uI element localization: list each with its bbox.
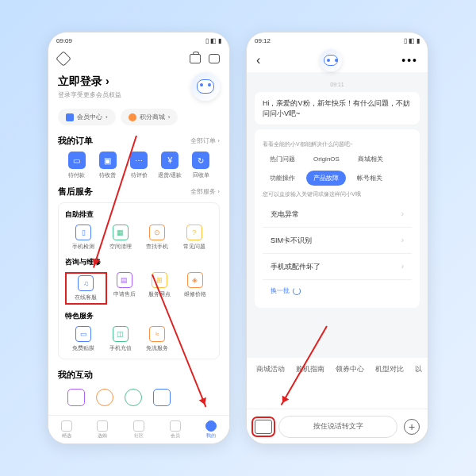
aftersale-more[interactable]: 全部服务 › [190, 187, 220, 196]
headset-icon: ♫ [78, 275, 94, 291]
orders-more[interactable]: 全部订单 › [190, 136, 220, 145]
interact-item-1[interactable] [67, 389, 85, 406]
order-recycle[interactable]: ↻回收单 [186, 152, 217, 179]
aftersale-title: 售后服务 [58, 186, 93, 198]
order-pending-pay[interactable]: ▭待付款 [61, 152, 92, 179]
tab-mine[interactable]: 我的 [193, 416, 229, 443]
phone-right: 09:12 ▯ ◧ ▮ ‹ ••• 09:11 Hi，亲爱的V粉，新年快乐！有什… [246, 32, 428, 444]
vip-icon [170, 420, 181, 432]
search-icon: ⊙ [149, 225, 165, 240]
refund-icon: ¥ [161, 152, 178, 169]
user-icon [205, 420, 217, 432]
member-center-pill[interactable]: 会员中心 › [58, 109, 116, 125]
settings-icon[interactable] [56, 51, 71, 67]
order-pending-receive[interactable]: ▣待收货 [92, 152, 123, 179]
comment-icon: ⋯ [130, 152, 148, 169]
chip-account[interactable]: 帐号相关 [350, 171, 390, 186]
phone-check[interactable]: ▯手机检测 [65, 225, 102, 251]
online-service[interactable]: ♫在线客服 [65, 272, 107, 305]
phone-left: 09:09 ▯ ◧ ▮ 立即登录 › 登录享受更多会员权益 会员中心 › 积分商… [48, 32, 230, 444]
order-refund[interactable]: ¥退货/退款 [155, 152, 186, 179]
chip-function[interactable]: 功能操作 [263, 171, 302, 186]
back-button[interactable]: ‹ [256, 53, 260, 67]
suggestion-bar: 商城活动 购机指南 领券中心 机型对比 以 [247, 358, 428, 381]
free-film[interactable]: ▭免费贴膜 [65, 326, 102, 352]
faq[interactable]: ?常见问题 [176, 225, 213, 251]
interact-item-2[interactable] [96, 389, 113, 406]
recycle-icon: ↻ [192, 152, 209, 169]
chip-mall[interactable]: 商城相关 [351, 152, 390, 167]
login-subtitle: 登录享受更多会员权益 [58, 90, 121, 99]
suggest-item[interactable]: 以 [415, 364, 422, 374]
status-icons: ▯ ◧ ▮ [205, 37, 221, 44]
status-bar: 09:09 ▯ ◧ ▮ [48, 33, 229, 48]
tab-member[interactable]: 会员 [157, 416, 194, 443]
free-data[interactable]: ≈免流服务 [139, 326, 176, 352]
keyboard-icon[interactable] [255, 420, 272, 434]
chip-hot[interactable]: 热门问题 [263, 152, 302, 167]
community-icon [133, 420, 144, 432]
refresh-icon [293, 287, 301, 295]
suggest-item[interactable]: 领券中心 [336, 364, 364, 374]
greeting-bubble: Hi，亲爱的V粉，新年快乐！有什么问题，不妨问问小V吧~ [255, 92, 420, 125]
clock: 09:12 [255, 37, 271, 44]
plus-button[interactable]: + [404, 419, 420, 435]
film-icon: ▭ [75, 326, 91, 342]
robot-icon [324, 55, 338, 66]
price-icon: ◈ [187, 272, 203, 288]
phone-icon: ▯ [75, 225, 91, 240]
tab-shop[interactable]: 选购 [85, 416, 121, 443]
space-clean[interactable]: ▦空间清理 [102, 225, 140, 251]
chat-header: ‹ ••• [247, 48, 428, 72]
bag-icon [97, 420, 108, 432]
question-charge[interactable]: 充电异常› [263, 202, 412, 228]
apply-aftersale[interactable]: ▤申请售后 [107, 272, 143, 305]
status-bar: 09:12 ▯ ◧ ▮ [247, 33, 428, 48]
repair-price[interactable]: ◈维修价格 [178, 272, 213, 305]
tab-featured[interactable]: 精选 [48, 416, 85, 443]
question-broken[interactable]: 手机或配件坏了› [263, 254, 412, 280]
find-phone[interactable]: ⊙查找手机 [139, 225, 176, 251]
login-section[interactable]: 立即登录 › 登录享受更多会员权益 [48, 69, 229, 104]
more-button[interactable]: ••• [401, 54, 418, 67]
avatar[interactable] [191, 72, 220, 101]
heart-icon [61, 420, 72, 432]
chip-originos[interactable]: OriginOS [306, 152, 347, 167]
message-time: 09:11 [255, 82, 420, 87]
special-title: 特色服务 [65, 311, 213, 321]
clock: 09:09 [56, 37, 72, 44]
question-sim[interactable]: SIM卡不识别› [263, 228, 412, 254]
chevron-right-icon: › [401, 209, 404, 220]
recharge-icon: ◫ [113, 326, 129, 342]
login-title: 立即登录 [58, 75, 102, 87]
options-bubble: 看看全能的小V都能解决什么问题吧~ 热门问题 OriginOS 商城相关 功能操… [255, 129, 420, 308]
suggest-item[interactable]: 商城活动 [256, 364, 285, 374]
phone-recharge[interactable]: ◫手机充值 [102, 326, 140, 352]
tab-bar: 精选 选购 社区 会员 我的 [48, 415, 229, 443]
orders-title: 我的订单 [58, 135, 93, 147]
suggest-item[interactable]: 机型对比 [375, 364, 404, 374]
order-pending-review[interactable]: ⋯待评价 [123, 152, 154, 179]
points-mall-pill[interactable]: 积分商城 › [121, 109, 178, 125]
refresh-button[interactable]: 换一批 [263, 280, 412, 301]
clean-icon: ▦ [113, 225, 129, 240]
interact-item-4[interactable] [153, 389, 171, 406]
data-icon: ≈ [149, 326, 165, 342]
chevron-right-icon: › [401, 235, 404, 246]
selfcheck-title: 自助排查 [65, 209, 213, 220]
tab-community[interactable]: 社区 [121, 416, 157, 443]
chip-fault[interactable]: 产品故障 [306, 171, 346, 186]
message-icon[interactable] [209, 54, 220, 63]
cart-icon[interactable] [190, 54, 201, 63]
form-icon: ▤ [117, 272, 132, 288]
interact-title: 我的互动 [58, 369, 93, 381]
chat-body: 09:11 Hi，亲爱的V粉，新年快乐！有什么问题，不妨问问小V吧~ 看看全能的… [247, 72, 428, 358]
diamond-icon [66, 113, 74, 121]
consult-title: 咨询与维修 [65, 257, 213, 267]
header [48, 48, 229, 69]
interact-item-3[interactable] [125, 389, 142, 406]
voice-input[interactable]: 按住说话转文字 [278, 416, 397, 438]
robot-icon [197, 79, 214, 94]
service-point[interactable]: ⊞服务网点 [142, 272, 178, 305]
chevron-right-icon: › [401, 261, 404, 272]
